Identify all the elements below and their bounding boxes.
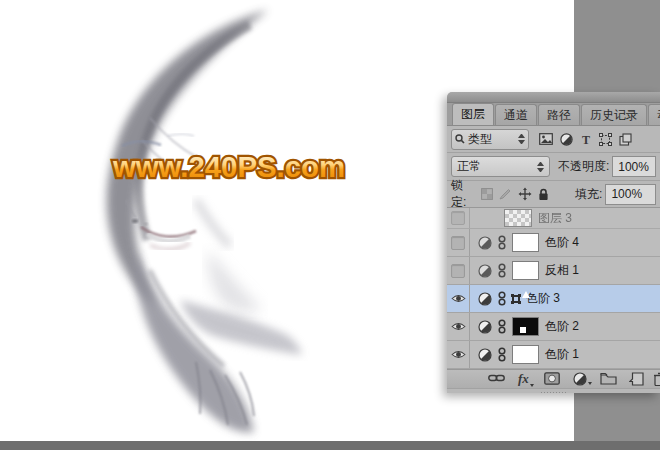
selected-mask-frame (512, 295, 520, 303)
mask-link-icon[interactable] (498, 291, 506, 306)
select-arrows-icon (518, 134, 525, 144)
screen-bottom-bar (0, 441, 660, 450)
filter-type-layers-icon[interactable]: T (580, 133, 592, 145)
panel-dragbar[interactable] (447, 92, 660, 103)
link-layers-icon[interactable] (488, 372, 505, 384)
eye-empty-well (451, 264, 465, 278)
filter-kind-select[interactable]: 类型 (451, 129, 529, 150)
blend-mode-value: 正常 (457, 158, 537, 175)
tab-layers[interactable]: 图层 (452, 103, 494, 125)
adjustment-layer-icon (478, 264, 492, 278)
eye-empty-well (451, 211, 465, 225)
visibility-toggle[interactable] (447, 229, 470, 256)
opacity-value: 100% (618, 160, 649, 174)
tab-actions[interactable]: 动作 (648, 104, 660, 125)
layer-thumbnail-transparent[interactable] (504, 209, 532, 227)
visibility-toggle[interactable] (447, 285, 470, 312)
search-icon (455, 134, 465, 144)
panel-bottom-iconbar: fx (447, 369, 660, 388)
lock-position-icon[interactable] (518, 187, 532, 201)
layer-row-levels2[interactable]: 色阶 2 (447, 313, 660, 341)
new-layer-icon[interactable] (629, 372, 644, 386)
layer-row-invert1[interactable]: 反相 1 (447, 257, 660, 285)
eye-icon (451, 349, 466, 360)
svg-text:T: T (582, 133, 590, 145)
delete-layer-trash-icon[interactable] (653, 372, 660, 386)
eye-icon (451, 293, 466, 304)
layer-row-levels1[interactable]: 色阶 1 (447, 341, 660, 369)
layer-mask-thumbnail-white[interactable] (512, 261, 539, 280)
lock-transparency-icon[interactable] (481, 188, 493, 200)
tab-paths[interactable]: 路径 (538, 104, 580, 125)
visibility-toggle[interactable] (447, 208, 470, 228)
layer-name: 色阶 3 (526, 290, 560, 307)
layer-mask-thumbnail-white[interactable] (512, 233, 539, 252)
add-layer-mask-icon[interactable] (544, 372, 560, 385)
grip-dots-icon (541, 392, 567, 394)
lock-all-icon[interactable] (538, 188, 549, 201)
panel-tab-strip: 图层 通道 路径 历史记录 动作 (447, 103, 660, 126)
eye-empty-well (451, 236, 465, 250)
visibility-toggle[interactable] (447, 341, 470, 368)
eye-icon (451, 321, 466, 332)
layer-row-layer3[interactable]: 图层 3 (447, 208, 660, 229)
blend-mode-row: 正常 不透明度: 100% (447, 153, 660, 181)
mask-white-area (522, 291, 530, 298)
layer-mask-thumbnail-black[interactable] (512, 317, 539, 336)
layer-name: 图层 3 (538, 210, 572, 227)
layer-name: 色阶 2 (545, 318, 579, 335)
new-group-folder-icon[interactable] (600, 372, 617, 385)
filter-shape-layers-icon[interactable] (599, 133, 612, 146)
layer-name: 色阶 1 (545, 346, 579, 363)
caret-icon (530, 384, 534, 387)
new-adjustment-layer-icon[interactable] (573, 372, 592, 386)
adjustment-layer-icon (478, 292, 492, 306)
fill-value: 100% (611, 187, 642, 201)
opacity-label: 不透明度: (558, 158, 609, 175)
fill-field[interactable]: 100% (605, 184, 656, 205)
layer-row-levels4[interactable]: 色阶 4 (447, 229, 660, 257)
caret-icon (588, 382, 592, 385)
layer-name: 色阶 4 (545, 234, 579, 251)
select-arrows-icon (537, 162, 544, 172)
layer-mask-thumbnail-white[interactable] (512, 345, 539, 364)
lock-row: 锁定: 填充: 100% (447, 181, 660, 208)
mask-link-icon[interactable] (498, 347, 506, 362)
mask-link-icon[interactable] (498, 263, 506, 278)
mask-link-icon[interactable] (498, 235, 506, 250)
layer-name: 反相 1 (545, 262, 579, 279)
filter-smart-objects-icon[interactable] (619, 133, 632, 146)
blend-mode-select[interactable]: 正常 (451, 156, 550, 177)
visibility-toggle[interactable] (447, 313, 470, 340)
layers-list: 图层 3 色阶 4 (447, 208, 660, 369)
adjustment-layer-icon (478, 348, 492, 362)
lock-label: 锁定: (451, 177, 478, 211)
mask-white-area (520, 327, 526, 333)
filter-kind-label: 类型 (468, 131, 515, 148)
filter-adjustment-layers-icon[interactable] (560, 133, 573, 146)
layer-filter-row: 类型 T (447, 126, 660, 153)
tab-history[interactable]: 历史记录 (581, 104, 647, 125)
panel-resize-grip[interactable] (447, 388, 660, 393)
layer-row-levels3-selected[interactable]: 色阶 3 (447, 285, 660, 313)
layer-style-fx-icon[interactable]: fx (518, 372, 534, 386)
filter-pixel-layers-icon[interactable] (539, 133, 553, 145)
visibility-toggle[interactable] (447, 257, 470, 284)
adjustment-layer-icon (478, 236, 492, 250)
mask-link-icon[interactable] (498, 319, 506, 334)
opacity-field[interactable]: 100% (612, 156, 656, 177)
lock-pixels-brush-icon[interactable] (499, 188, 512, 200)
layers-panel: 图层 通道 路径 历史记录 动作 类型 T (447, 92, 660, 393)
adjustment-layer-icon (478, 320, 492, 334)
fill-label: 填充: (575, 186, 602, 203)
tab-channels[interactable]: 通道 (495, 104, 537, 125)
